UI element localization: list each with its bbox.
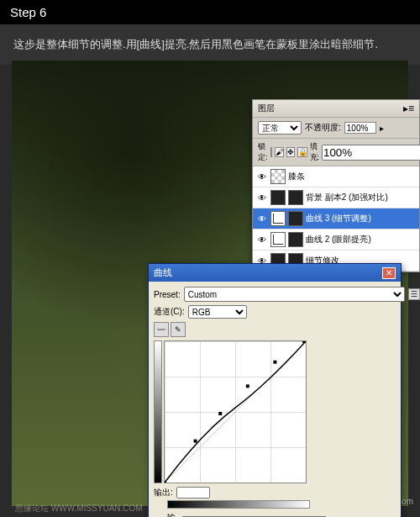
layer-thumb[interactable] bbox=[270, 169, 286, 184]
curves-titlebar[interactable]: 曲线 ✕ bbox=[149, 264, 401, 282]
svg-line-0 bbox=[165, 341, 306, 483]
svg-rect-2 bbox=[194, 440, 197, 443]
channel-row: 通道(C): RGB bbox=[154, 305, 420, 319]
visibility-icon[interactable]: 👁 bbox=[256, 213, 268, 224]
layer-thumb[interactable] bbox=[270, 232, 286, 247]
layer-mask-thumb[interactable] bbox=[288, 232, 303, 247]
layers-blend-row: 正常 不透明度: ▸ bbox=[253, 118, 419, 139]
curves-main: Preset: Custom ☰ 通道(C): RGB 〰 ✎ bbox=[154, 287, 420, 517]
curves-dialog: 曲线 ✕ Preset: Custom ☰ 通道(C): RGB 〰 ✎ bbox=[148, 263, 402, 517]
layer-item[interactable]: 👁 曲线 2 (眼部提亮) bbox=[253, 229, 419, 251]
curves-graph-wrap bbox=[154, 340, 420, 483]
lock-transparency-icon[interactable] bbox=[270, 147, 272, 157]
fill-input[interactable] bbox=[322, 145, 420, 161]
preset-menu-icon[interactable]: ☰ bbox=[408, 288, 420, 300]
layer-mask-thumb[interactable] bbox=[288, 190, 303, 205]
layer-thumb[interactable] bbox=[270, 211, 286, 226]
lock-label: 锁定: bbox=[258, 141, 268, 163]
layer-name: 膝条 bbox=[288, 171, 305, 182]
instruction-text: 这步是整体细节的调整.用[曲线]提亮.然后用黑色画笔在蒙板里涂出暗部细节. bbox=[0, 24, 420, 65]
input-row: 输入: Show Clipping bbox=[167, 512, 420, 517]
svg-rect-4 bbox=[246, 384, 249, 388]
curves-title: 曲线 bbox=[154, 266, 172, 279]
layers-panel-titlebar[interactable]: 图层 ▸≡ bbox=[253, 100, 419, 118]
visibility-icon[interactable]: 👁 bbox=[256, 171, 268, 182]
layers-panel-title: 图层 bbox=[258, 103, 275, 114]
pencil-tool-icon[interactable]: ✎ bbox=[171, 322, 186, 337]
lock-position-icon[interactable]: ✥ bbox=[286, 147, 295, 157]
close-icon[interactable]: ✕ bbox=[382, 267, 396, 279]
visibility-icon[interactable]: 👁 bbox=[256, 234, 268, 245]
layer-name: 背景 副本2 (加强对比) bbox=[306, 192, 388, 203]
layer-name: 曲线 3 (细节调整) bbox=[306, 213, 371, 224]
svg-rect-6 bbox=[302, 341, 306, 343]
layer-list: 👁 膝条 👁 背景 副本2 (加强对比) 👁 曲线 3 (细节调整) 👁 曲线 … bbox=[253, 166, 419, 272]
curves-tools: 〰 ✎ bbox=[154, 322, 420, 337]
svg-rect-3 bbox=[218, 412, 222, 415]
output-input[interactable] bbox=[176, 487, 210, 499]
blend-mode-select[interactable]: 正常 bbox=[258, 121, 302, 135]
channel-label: 通道(C): bbox=[154, 306, 185, 318]
opacity-input[interactable] bbox=[344, 122, 376, 134]
preset-select[interactable]: Custom bbox=[184, 287, 405, 302]
step-header: Step 6 bbox=[0, 0, 420, 24]
layer-name: 曲线 2 (眼部提亮) bbox=[306, 234, 371, 245]
watermark-left: 思缘论坛 WWW.MISSYUAN.COM bbox=[15, 503, 143, 514]
output-label: 输出: bbox=[154, 487, 173, 499]
curves-line bbox=[165, 341, 306, 483]
layer-item[interactable]: 👁 膝条 bbox=[253, 166, 419, 187]
fill-label: 填充: bbox=[310, 141, 320, 163]
layer-item-selected[interactable]: 👁 曲线 3 (细节调整) bbox=[253, 208, 419, 229]
point-tool-icon[interactable]: 〰 bbox=[154, 322, 169, 337]
curves-body: Preset: Custom ☰ 通道(C): RGB 〰 ✎ bbox=[149, 282, 401, 517]
preset-label: Preset: bbox=[154, 290, 181, 299]
lock-all-icon[interactable]: 🔒 bbox=[297, 147, 307, 157]
lock-pixels-icon[interactable]: 🖌 bbox=[275, 147, 284, 157]
preset-row: Preset: Custom ☰ bbox=[154, 287, 420, 302]
svg-rect-1 bbox=[165, 481, 166, 483]
channel-select[interactable]: RGB bbox=[188, 305, 247, 319]
opacity-arrow-icon[interactable]: ▸ bbox=[380, 124, 384, 133]
layer-item[interactable]: 👁 背景 副本2 (加强对比) bbox=[253, 187, 419, 208]
input-gradient bbox=[167, 500, 310, 509]
layer-thumb[interactable] bbox=[270, 190, 286, 205]
output-row: 输出: bbox=[154, 487, 420, 499]
output-gradient bbox=[154, 340, 162, 483]
visibility-icon[interactable]: 👁 bbox=[256, 192, 268, 203]
layers-panel: 图层 ▸≡ 正常 不透明度: ▸ 锁定: 🖌 ✥ 🔒 填充: ▸ 👁 膝条 👁 … bbox=[252, 99, 420, 272]
layer-mask-thumb[interactable] bbox=[288, 211, 303, 226]
curves-graph[interactable] bbox=[164, 340, 307, 483]
opacity-label: 不透明度: bbox=[305, 122, 341, 134]
input-label: 输入: bbox=[167, 512, 178, 517]
layers-lock-row: 锁定: 🖌 ✥ 🔒 填充: ▸ bbox=[253, 139, 419, 166]
svg-rect-5 bbox=[273, 361, 276, 364]
panel-menu-icon[interactable]: ▸≡ bbox=[403, 103, 414, 114]
